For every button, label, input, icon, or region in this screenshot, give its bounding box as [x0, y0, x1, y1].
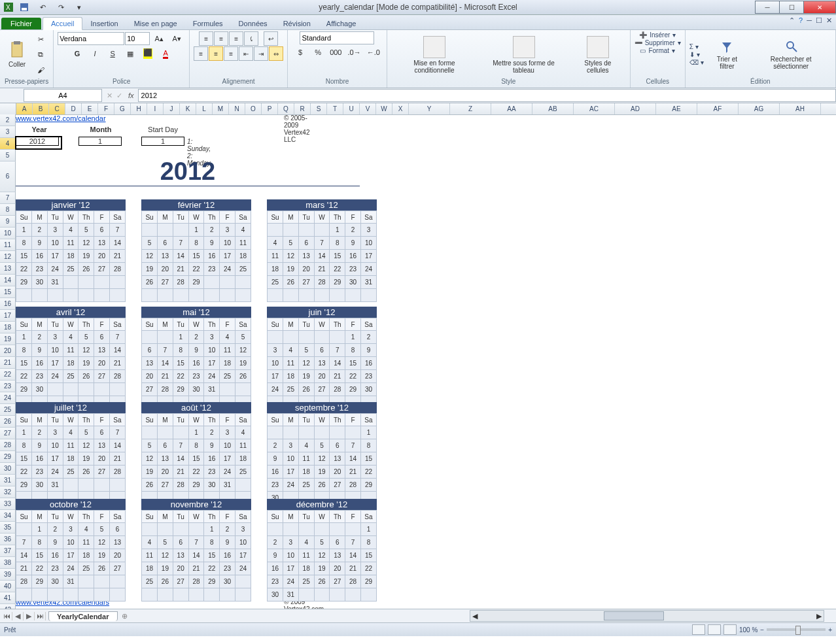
calendar-cell[interactable]: 28 [158, 383, 173, 396]
calendar-cell[interactable] [268, 331, 283, 344]
calendar-cell[interactable]: 15 [204, 549, 220, 562]
calendar-cell[interactable]: 26 [94, 562, 110, 575]
calendar-cell[interactable]: 7 [314, 237, 330, 250]
calendar-cell[interactable]: 23 [268, 575, 283, 588]
align-bottom-icon[interactable]: ≡ [229, 31, 243, 46]
calendar-cell[interactable]: 9 [204, 237, 220, 250]
calendar-cell[interactable]: 11 [220, 344, 235, 357]
calendar-cell[interactable] [78, 276, 94, 289]
minimize-ribbon-icon[interactable]: ⌃ [789, 16, 795, 25]
calendar-cell[interactable]: 22 [188, 263, 204, 276]
calendar-cell[interactable]: 1 [345, 331, 361, 344]
calendar-cell[interactable]: 16 [47, 549, 63, 562]
row-header[interactable]: 31 [0, 475, 16, 486]
row-header[interactable]: 37 [0, 545, 16, 557]
doc-minimize-icon[interactable]: ─ [807, 16, 812, 25]
calendar-cell[interactable]: 13 [142, 357, 158, 370]
calendar-cell[interactable] [78, 289, 94, 302]
calendar-cell[interactable]: 20 [314, 370, 330, 383]
calendar-cell[interactable]: 15 [360, 549, 376, 562]
calendar-cell[interactable]: 5 [78, 426, 94, 439]
calendar-cell[interactable]: 10 [283, 452, 299, 466]
calendar-cell[interactable]: 30 [268, 588, 283, 602]
calendar-cell[interactable]: 28 [109, 263, 125, 276]
calendar-cell[interactable]: 6 [94, 224, 110, 237]
calendar-cell[interactable] [109, 276, 125, 289]
calendar-cell[interactable]: 24 [360, 263, 376, 276]
calendar-cell[interactable]: 16 [345, 250, 361, 263]
calendar-cell[interactable]: 8 [204, 536, 220, 549]
calendar-cell[interactable]: 16 [32, 357, 48, 370]
calendar-cell[interactable] [94, 588, 110, 602]
calendar-cell[interactable] [298, 331, 314, 344]
column-header[interactable]: AE [656, 103, 697, 114]
calendar-cell[interactable]: 29 [345, 383, 361, 396]
row-header[interactable]: 16 [0, 298, 16, 310]
calendar-cell[interactable]: 20 [94, 452, 110, 466]
calendar-cell[interactable]: 25 [63, 466, 78, 479]
calendar-cell[interactable]: 16 [268, 562, 283, 575]
value-month[interactable]: 1 [78, 137, 122, 146]
font-color-icon[interactable]: A [157, 46, 174, 61]
column-header[interactable]: AH [780, 103, 821, 114]
calendar-cell[interactable]: 6 [158, 439, 173, 452]
calendar-cell[interactable]: 17 [204, 357, 220, 370]
calendar-cell[interactable] [142, 224, 158, 237]
calendar-cell[interactable]: 4 [78, 523, 94, 536]
calendar-cell[interactable]: 9 [220, 536, 235, 549]
increase-decimal-icon[interactable]: .0→ [345, 45, 363, 59]
calendar-cell[interactable]: 29 [188, 276, 204, 289]
align-center-icon[interactable]: ≡ [209, 46, 223, 61]
calendar-cell[interactable]: 23 [345, 263, 361, 276]
cell-styles-button[interactable]: Styles de cellules [570, 33, 626, 77]
row-header[interactable]: 34 [0, 510, 16, 522]
calendar-cell[interactable]: 3 [220, 426, 235, 439]
calendar-cell[interactable] [235, 575, 251, 588]
column-header[interactable]: G [114, 103, 131, 114]
calendar-cell[interactable]: 18 [142, 562, 158, 575]
tab-file[interactable]: Fichier [1, 18, 41, 29]
zoom-out-icon[interactable]: − [760, 626, 764, 634]
calendar-cell[interactable]: 29 [32, 575, 48, 588]
calendar-cell[interactable] [330, 426, 345, 439]
calendar-cell[interactable]: 27 [330, 575, 345, 588]
calendar-cell[interactable] [173, 426, 188, 439]
calendar-cell[interactable]: 29 [204, 575, 220, 588]
row-header[interactable]: 33 [0, 498, 16, 510]
calendar-cell[interactable]: 18 [235, 452, 251, 466]
calendar-cell[interactable]: 25 [142, 575, 158, 588]
calendar-cell[interactable]: 19 [314, 466, 330, 479]
row-header[interactable]: 15 [0, 286, 16, 298]
calendar-cell[interactable]: 30 [345, 276, 361, 289]
calendar-cell[interactable]: 14 [314, 250, 330, 263]
calendar-cell[interactable]: 9 [32, 344, 48, 357]
calendar-cell[interactable]: 12 [158, 549, 173, 562]
horizontal-scrollbar[interactable]: ◀▶ [470, 610, 824, 622]
calendar-cell[interactable]: 6 [314, 344, 330, 357]
calendar-cell[interactable]: 28 [345, 479, 361, 492]
cut-icon[interactable]: ✂ [32, 33, 49, 47]
calendar-cell[interactable]: 22 [188, 466, 204, 479]
calendar-cell[interactable] [314, 331, 330, 344]
calendar-cell[interactable] [283, 331, 299, 344]
calendar-cell[interactable]: 29 [360, 479, 376, 492]
calendar-cell[interactable]: 2 [268, 536, 283, 549]
calendar-cell[interactable]: 15 [345, 357, 361, 370]
calendar-cell[interactable]: 29 [16, 479, 32, 492]
calendar-cell[interactable]: 18 [63, 452, 78, 466]
calendar-cell[interactable]: 12 [78, 344, 94, 357]
calendar-cell[interactable] [47, 289, 63, 302]
calendar-cell[interactable]: 3 [220, 224, 235, 237]
calendar-cell[interactable]: 12 [78, 237, 94, 250]
format-painter-icon[interactable]: 🖌 [32, 63, 49, 77]
calendar-cell[interactable]: 11 [63, 439, 78, 452]
sheet-nav[interactable]: ⏮◀▶⏭ [0, 612, 47, 620]
column-header[interactable]: T [327, 103, 343, 114]
calendar-cell[interactable]: 7 [330, 344, 345, 357]
calendar-cell[interactable]: 25 [63, 263, 78, 276]
calendar-cell[interactable]: 6 [94, 331, 110, 344]
calendar-cell[interactable] [204, 588, 220, 602]
calendar-cell[interactable]: 6 [330, 536, 345, 549]
calendar-cell[interactable]: 28 [188, 575, 204, 588]
row-header[interactable]: 18 [0, 322, 16, 333]
